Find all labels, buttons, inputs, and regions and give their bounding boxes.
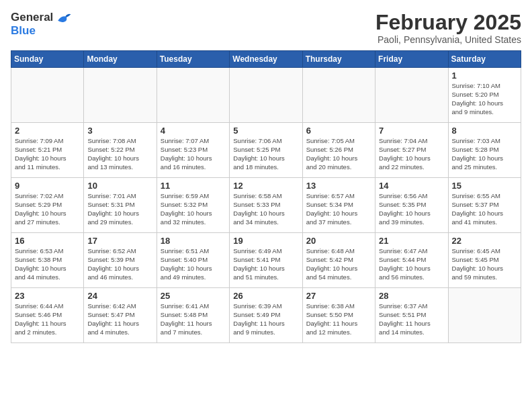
day-info: Sunrise: 7:08 AM Sunset: 5:22 PM Dayligh… bbox=[87, 137, 152, 171]
day-info: Sunrise: 6:51 AM Sunset: 5:40 PM Dayligh… bbox=[161, 247, 226, 281]
day-info: Sunrise: 6:57 AM Sunset: 5:34 PM Dayligh… bbox=[306, 192, 371, 226]
calendar-cell-2-4: 5Sunrise: 7:06 AM Sunset: 5:25 PM Daylig… bbox=[230, 123, 302, 178]
calendar-cell-3-1: 9Sunrise: 7:02 AM Sunset: 5:29 PM Daylig… bbox=[11, 178, 84, 233]
calendar-cell-4-7: 22Sunrise: 6:45 AM Sunset: 5:45 PM Dayli… bbox=[448, 233, 521, 288]
day-number: 12 bbox=[233, 181, 298, 191]
weekday-header-sunday: Sunday bbox=[11, 51, 84, 68]
day-info: Sunrise: 6:56 AM Sunset: 5:35 PM Dayligh… bbox=[379, 192, 444, 226]
day-info: Sunrise: 7:02 AM Sunset: 5:29 PM Dayligh… bbox=[15, 192, 80, 226]
day-number: 1 bbox=[452, 71, 517, 81]
calendar-cell-4-3: 18Sunrise: 6:51 AM Sunset: 5:40 PM Dayli… bbox=[157, 233, 229, 288]
day-info: Sunrise: 7:09 AM Sunset: 5:21 PM Dayligh… bbox=[15, 137, 80, 171]
calendar-cell-5-1: 23Sunrise: 6:44 AM Sunset: 5:46 PM Dayli… bbox=[11, 288, 84, 343]
weekday-header-thursday: Thursday bbox=[302, 51, 375, 68]
logo-general-text: General bbox=[11, 11, 53, 24]
day-number: 2 bbox=[15, 126, 80, 136]
day-info: Sunrise: 6:55 AM Sunset: 5:37 PM Dayligh… bbox=[452, 192, 517, 226]
calendar-week-2: 2Sunrise: 7:09 AM Sunset: 5:21 PM Daylig… bbox=[11, 123, 521, 178]
day-number: 18 bbox=[161, 236, 226, 246]
day-number: 19 bbox=[233, 236, 298, 246]
calendar-cell-1-4 bbox=[230, 68, 302, 123]
calendar-cell-4-5: 20Sunrise: 6:48 AM Sunset: 5:42 PM Dayli… bbox=[302, 233, 375, 288]
day-info: Sunrise: 7:10 AM Sunset: 5:20 PM Dayligh… bbox=[452, 82, 517, 116]
calendar-cell-3-7: 15Sunrise: 6:55 AM Sunset: 5:37 PM Dayli… bbox=[448, 178, 521, 233]
weekday-header-saturday: Saturday bbox=[448, 51, 521, 68]
calendar-cell-4-2: 17Sunrise: 6:52 AM Sunset: 5:39 PM Dayli… bbox=[84, 233, 157, 288]
day-number: 22 bbox=[452, 236, 517, 246]
day-info: Sunrise: 7:06 AM Sunset: 5:25 PM Dayligh… bbox=[233, 137, 298, 171]
calendar-cell-5-6: 28Sunrise: 6:37 AM Sunset: 5:51 PM Dayli… bbox=[375, 288, 448, 343]
calendar-week-5: 23Sunrise: 6:44 AM Sunset: 5:46 PM Dayli… bbox=[11, 288, 521, 343]
calendar-cell-2-6: 7Sunrise: 7:04 AM Sunset: 5:27 PM Daylig… bbox=[375, 123, 448, 178]
day-info: Sunrise: 7:05 AM Sunset: 5:26 PM Dayligh… bbox=[306, 137, 371, 171]
day-info: Sunrise: 6:44 AM Sunset: 5:46 PM Dayligh… bbox=[15, 302, 80, 336]
calendar-cell-5-7 bbox=[448, 288, 521, 343]
day-number: 27 bbox=[306, 291, 371, 301]
logo-blue-text: Blue bbox=[11, 24, 36, 38]
day-info: Sunrise: 6:59 AM Sunset: 5:32 PM Dayligh… bbox=[161, 192, 226, 226]
calendar-cell-2-3: 4Sunrise: 7:07 AM Sunset: 5:23 PM Daylig… bbox=[157, 123, 229, 178]
calendar-table: SundayMondayTuesdayWednesdayThursdayFrid… bbox=[11, 50, 521, 343]
day-info: Sunrise: 6:48 AM Sunset: 5:42 PM Dayligh… bbox=[306, 247, 371, 281]
calendar-week-1: 1Sunrise: 7:10 AM Sunset: 5:20 PM Daylig… bbox=[11, 68, 521, 123]
day-info: Sunrise: 6:58 AM Sunset: 5:33 PM Dayligh… bbox=[233, 192, 298, 226]
day-info: Sunrise: 6:39 AM Sunset: 5:49 PM Dayligh… bbox=[233, 302, 298, 336]
calendar-cell-5-4: 26Sunrise: 6:39 AM Sunset: 5:49 PM Dayli… bbox=[230, 288, 302, 343]
day-info: Sunrise: 6:49 AM Sunset: 5:41 PM Dayligh… bbox=[233, 247, 298, 281]
day-number: 25 bbox=[161, 291, 226, 301]
day-number: 7 bbox=[379, 126, 444, 136]
calendar-cell-1-3 bbox=[157, 68, 229, 123]
weekday-header-friday: Friday bbox=[375, 51, 448, 68]
day-info: Sunrise: 6:37 AM Sunset: 5:51 PM Dayligh… bbox=[379, 302, 444, 336]
day-number: 5 bbox=[233, 126, 298, 136]
day-number: 11 bbox=[161, 181, 226, 191]
day-number: 16 bbox=[15, 236, 80, 246]
calendar-cell-3-3: 11Sunrise: 6:59 AM Sunset: 5:32 PM Dayli… bbox=[157, 178, 229, 233]
day-info: Sunrise: 7:07 AM Sunset: 5:23 PM Dayligh… bbox=[161, 137, 226, 171]
day-number: 24 bbox=[87, 291, 152, 301]
weekday-header-monday: Monday bbox=[84, 51, 157, 68]
day-info: Sunrise: 6:47 AM Sunset: 5:44 PM Dayligh… bbox=[379, 247, 444, 281]
day-number: 13 bbox=[306, 181, 371, 191]
calendar-cell-1-5 bbox=[302, 68, 375, 123]
calendar-cell-5-5: 27Sunrise: 6:38 AM Sunset: 5:50 PM Dayli… bbox=[302, 288, 375, 343]
title-area: February 2025 Paoli, Pennsylvania, Unite… bbox=[375, 11, 521, 45]
day-info: Sunrise: 6:42 AM Sunset: 5:47 PM Dayligh… bbox=[87, 302, 152, 336]
calendar-cell-2-1: 2Sunrise: 7:09 AM Sunset: 5:21 PM Daylig… bbox=[11, 123, 84, 178]
day-info: Sunrise: 6:38 AM Sunset: 5:50 PM Dayligh… bbox=[306, 302, 371, 336]
day-info: Sunrise: 7:03 AM Sunset: 5:28 PM Dayligh… bbox=[452, 137, 517, 171]
day-info: Sunrise: 7:04 AM Sunset: 5:27 PM Dayligh… bbox=[379, 137, 444, 171]
calendar-cell-4-1: 16Sunrise: 6:53 AM Sunset: 5:38 PM Dayli… bbox=[11, 233, 84, 288]
day-info: Sunrise: 6:53 AM Sunset: 5:38 PM Dayligh… bbox=[15, 247, 80, 281]
calendar-cell-1-6 bbox=[375, 68, 448, 123]
day-number: 8 bbox=[452, 126, 517, 136]
day-number: 4 bbox=[161, 126, 226, 136]
day-number: 20 bbox=[306, 236, 371, 246]
calendar-cell-3-6: 14Sunrise: 6:56 AM Sunset: 5:35 PM Dayli… bbox=[375, 178, 448, 233]
calendar-cell-4-4: 19Sunrise: 6:49 AM Sunset: 5:41 PM Dayli… bbox=[230, 233, 302, 288]
day-info: Sunrise: 6:41 AM Sunset: 5:48 PM Dayligh… bbox=[161, 302, 226, 336]
weekday-header-tuesday: Tuesday bbox=[157, 51, 229, 68]
day-number: 10 bbox=[87, 181, 152, 191]
calendar-cell-2-7: 8Sunrise: 7:03 AM Sunset: 5:28 PM Daylig… bbox=[448, 123, 521, 178]
day-number: 9 bbox=[15, 181, 80, 191]
calendar-cell-5-2: 24Sunrise: 6:42 AM Sunset: 5:47 PM Dayli… bbox=[84, 288, 157, 343]
day-number: 21 bbox=[379, 236, 444, 246]
calendar-cell-3-5: 13Sunrise: 6:57 AM Sunset: 5:34 PM Dayli… bbox=[302, 178, 375, 233]
day-number: 28 bbox=[379, 291, 444, 301]
calendar-cell-1-2 bbox=[84, 68, 157, 123]
calendar-cell-5-3: 25Sunrise: 6:41 AM Sunset: 5:48 PM Dayli… bbox=[157, 288, 229, 343]
day-info: Sunrise: 7:01 AM Sunset: 5:31 PM Dayligh… bbox=[87, 192, 152, 226]
day-number: 14 bbox=[379, 181, 444, 191]
day-number: 23 bbox=[15, 291, 80, 301]
calendar-cell-2-2: 3Sunrise: 7:08 AM Sunset: 5:22 PM Daylig… bbox=[84, 123, 157, 178]
month-title: February 2025 bbox=[375, 11, 521, 34]
logo: General Blue bbox=[11, 11, 72, 38]
calendar-week-4: 16Sunrise: 6:53 AM Sunset: 5:38 PM Dayli… bbox=[11, 233, 521, 288]
day-info: Sunrise: 6:52 AM Sunset: 5:39 PM Dayligh… bbox=[87, 247, 152, 281]
day-info: Sunrise: 6:45 AM Sunset: 5:45 PM Dayligh… bbox=[452, 247, 517, 281]
calendar-cell-3-4: 12Sunrise: 6:58 AM Sunset: 5:33 PM Dayli… bbox=[230, 178, 302, 233]
weekday-header-row: SundayMondayTuesdayWednesdayThursdayFrid… bbox=[11, 51, 521, 68]
page-header: General Blue February 2025 Paoli, Pennsy… bbox=[11, 11, 521, 45]
day-number: 3 bbox=[87, 126, 152, 136]
